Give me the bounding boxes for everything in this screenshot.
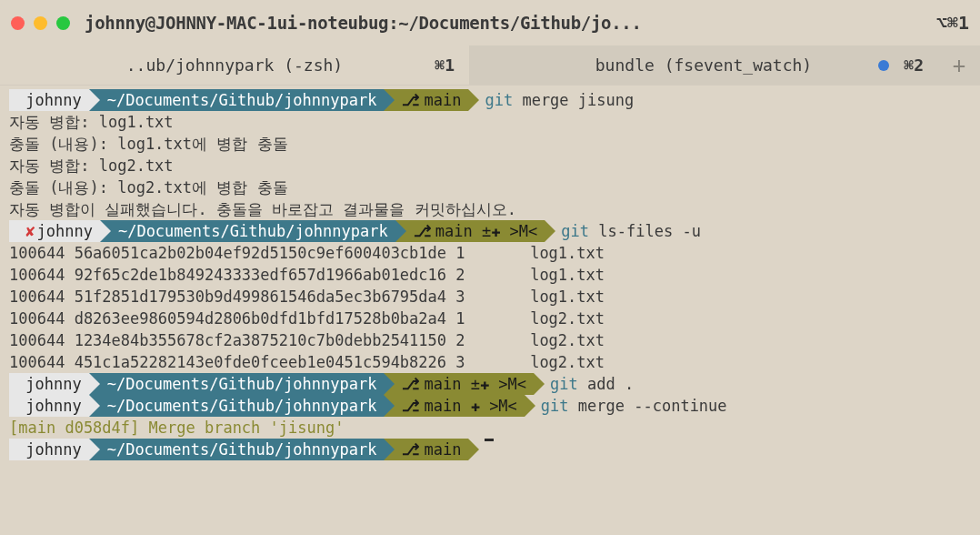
prompt-path: ~/Documents/Github/johnnypark [100, 395, 385, 417]
terminal-content[interactable]: johnny ~/Documents/Github/johnnypark ⎇ma… [9, 89, 971, 460]
output-line: 100644 92f65c2de1b849243333edf657d1966ab… [9, 264, 971, 286]
window-title: johnny@JOHNNY-MAC-1ui-noteubug:~/Documen… [85, 13, 936, 33]
branch-icon: ⎇ [402, 89, 424, 111]
prompt-row: johnny ~/Documents/Github/johnnypark ⎇ma… [9, 395, 971, 417]
prompt-user: johnny [9, 395, 89, 417]
chevron-right-icon [384, 89, 395, 111]
branch-icon: ⎇ [414, 220, 435, 242]
chevron-right-icon [384, 373, 395, 395]
chevron-right-icon [384, 439, 395, 460]
window-shortcut: ⌥⌘1 [936, 12, 969, 34]
chevron-right-icon [89, 395, 100, 417]
output-line: [main d058d4f] Merge branch 'jisung' [9, 417, 971, 439]
cursor [485, 439, 494, 441]
titlebar: johnny@JOHNNY-MAC-1ui-noteubug:~/Documen… [0, 0, 980, 45]
chevron-right-icon [89, 439, 100, 460]
tab-label: ..ub/johnnypark (-zsh) [126, 56, 343, 75]
zoom-button[interactable] [56, 16, 70, 30]
chevron-right-icon [384, 395, 395, 417]
prompt-path: ~/Documents/Github/johnnypark [100, 373, 385, 395]
prompt-user: johnny [9, 373, 89, 395]
minimize-button[interactable] [34, 16, 47, 30]
chevron-right-icon [468, 439, 479, 460]
prompt-branch: ⎇main [395, 439, 468, 460]
prompt-row: ✘ johnny ~/Documents/Github/johnnypark ⎇… [9, 220, 971, 242]
tab-label: bundle (fsevent_watch) [595, 56, 812, 75]
prompt-path: ~/Documents/Github/johnnypark [111, 220, 395, 242]
tab-2[interactable]: bundle (fsevent_watch) ⌘2 [469, 45, 938, 85]
chevron-right-icon [545, 220, 555, 242]
tab-shortcut: ⌘1 [435, 56, 455, 75]
output-line: 100644 d8263ee9860594d2806b0dfd1bfd17528… [9, 308, 971, 329]
output-line: 100644 51f2851d179530b9d499861546da5ec3b… [9, 286, 971, 308]
command: git merge jisung [479, 89, 634, 111]
prompt-user: johnny [9, 439, 89, 460]
output-line: 100644 1234e84b355678cf2a3875210c7b0debb… [9, 329, 971, 351]
prompt-row: johnny ~/Documents/Github/johnnypark ⎇ma… [9, 439, 971, 460]
chevron-right-icon [525, 395, 535, 417]
tab-bar: ..ub/johnnypark (-zsh) ⌘1 bundle (fseven… [0, 45, 980, 86]
output-line: 충돌 (내용): log2.txt에 병합 충돌 [9, 177, 971, 198]
command: git merge --continue [535, 395, 727, 417]
command: git add . [545, 373, 634, 395]
output-line: 충돌 (내용): log1.txt에 병합 충돌 [9, 133, 971, 155]
tab-shortcut: ⌘2 [904, 56, 924, 75]
chevron-right-icon [395, 220, 406, 242]
prompt-branch: ⎇main [395, 89, 468, 111]
output-line: 자동 병합: log1.txt [9, 111, 971, 133]
tab-1[interactable]: ..ub/johnnypark (-zsh) ⌘1 [0, 45, 469, 85]
output-line: 100644 56a6051ca2b02b04ef92d5150c9ef6004… [9, 242, 971, 264]
output-line: 자동 병합이 실패했습니다. 충돌을 바로잡고 결과물을 커밋하십시오. [9, 198, 971, 220]
error-x-icon: ✘ [25, 220, 36, 242]
chevron-right-icon [100, 220, 111, 242]
traffic-lights [11, 16, 70, 30]
prompt-path: ~/Documents/Github/johnnypark [100, 89, 385, 111]
branch-icon: ⎇ [402, 373, 424, 395]
output-line: 자동 병합: log2.txt [9, 155, 971, 177]
close-button[interactable] [11, 16, 25, 30]
activity-indicator-icon [878, 60, 889, 71]
new-tab-button[interactable]: + [938, 45, 980, 85]
prompt-branch: ⎇main ±✚ >M< [406, 220, 545, 242]
prompt-branch: ⎇main ±✚ >M< [395, 373, 534, 395]
chevron-right-icon [468, 89, 479, 111]
prompt-row: johnny ~/Documents/Github/johnnypark ⎇ma… [9, 373, 971, 395]
prompt-path: ~/Documents/Github/johnnypark [100, 439, 385, 460]
branch-icon: ⎇ [402, 439, 424, 460]
prompt-row: johnny ~/Documents/Github/johnnypark ⎇ma… [9, 89, 971, 111]
chevron-right-icon [89, 373, 100, 395]
prompt-branch: ⎇main ✚ >M< [395, 395, 524, 417]
output-line: 100644 451c1a52282143e0fde0fceeb1e0451c5… [9, 351, 971, 373]
prompt-user: johnny [9, 89, 89, 111]
command: git ls-files -u [555, 220, 701, 242]
branch-icon: ⎇ [402, 395, 424, 417]
chevron-right-icon [89, 89, 100, 111]
chevron-right-icon [534, 373, 545, 395]
prompt-user-error: ✘ johnny [9, 220, 100, 242]
